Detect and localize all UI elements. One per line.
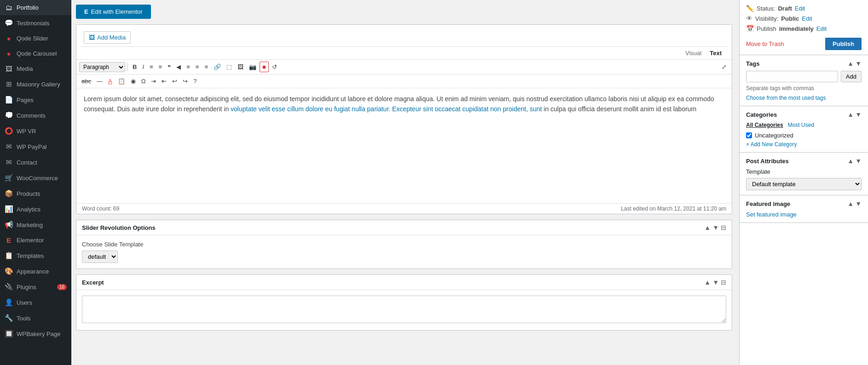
- move-to-trash-link[interactable]: Move to Trash: [746, 40, 784, 47]
- sidebar-item-products[interactable]: 📦 Products: [0, 186, 71, 201]
- sidebar-item-contact[interactable]: ✉ Contact: [0, 154, 71, 170]
- appearance-icon: 🎨: [5, 267, 13, 275]
- tags-input[interactable]: [746, 71, 838, 82]
- excerpt-collapse-up-icon[interactable]: ▲: [704, 279, 711, 286]
- visibility-edit-link[interactable]: Edit: [802, 15, 812, 22]
- sidebar-item-qode-carousel[interactable]: ● Qode Carousel: [0, 46, 71, 61]
- insert-button[interactable]: ⬚: [224, 62, 234, 72]
- align-left-button[interactable]: ◀: [174, 62, 183, 72]
- sidebar-item-media[interactable]: 🖼 Media: [0, 61, 71, 76]
- all-categories-tab[interactable]: All Categories: [746, 122, 783, 128]
- bold-button[interactable]: B: [130, 62, 139, 72]
- tags-choose-link[interactable]: Choose from the most used tags: [746, 95, 826, 101]
- publish-value: immediately: [779, 25, 814, 32]
- collapse-down-icon[interactable]: ▼: [712, 224, 719, 231]
- align-center-button[interactable]: ≡: [184, 62, 192, 72]
- sidebar-item-marketing[interactable]: 📢 Marketing: [0, 217, 71, 233]
- post-attributes-collapse-down[interactable]: ▼: [855, 157, 862, 165]
- publish-button[interactable]: Publish: [825, 38, 862, 50]
- fullscreen-button[interactable]: ⤢: [719, 62, 729, 72]
- sidebar-item-tools[interactable]: 🔧 Tools: [0, 310, 71, 326]
- slider-revolution-header[interactable]: Slider Revolution Options ▲ ▼ ⊟: [76, 220, 732, 235]
- add-new-category-link[interactable]: + Add New Category: [746, 141, 797, 148]
- excerpt-collapse-down-icon[interactable]: ▼: [712, 279, 719, 286]
- portfolio-icon: 🗂: [5, 4, 13, 11]
- woocommerce-icon: 🛒: [5, 174, 13, 182]
- tags-collapse-up[interactable]: ▲: [847, 60, 854, 67]
- sidebar-item-analytics[interactable]: 📊 Analytics: [0, 201, 71, 217]
- categories-collapse-down[interactable]: ▼: [855, 111, 862, 118]
- masonry-gallery-icon: ⊞: [5, 80, 13, 88]
- ordered-list-button[interactable]: ≡: [156, 62, 165, 72]
- status-edit-link[interactable]: Edit: [795, 5, 805, 12]
- sidebar: 🗂 Portfolio 💬 Testimonials ● Qode Slider…: [0, 0, 71, 365]
- strikethrough-button[interactable]: abc: [79, 76, 93, 86]
- editor-footer: Word count: 69 Last edited on March 12, …: [76, 203, 732, 214]
- excerpt-drag-icon[interactable]: ⊟: [721, 279, 726, 286]
- sidebar-item-users[interactable]: 👤 Users: [0, 295, 71, 310]
- red-button[interactable]: ■: [260, 62, 269, 72]
- sidebar-item-qode-slider[interactable]: ● Qode Slider: [0, 31, 71, 46]
- visual-tab[interactable]: Visual: [683, 49, 704, 57]
- sidebar-item-elementor[interactable]: E Elementor: [0, 233, 71, 248]
- sidebar-item-plugins[interactable]: 🔌 Plugins 16: [0, 279, 71, 295]
- featured-image-collapse-up[interactable]: ▲: [847, 200, 854, 207]
- sidebar-item-portfolio[interactable]: 🗂 Portfolio: [0, 0, 71, 15]
- excerpt-body: [76, 290, 732, 330]
- clear-format-button[interactable]: ◉: [128, 76, 138, 86]
- redo-button[interactable]: ↪: [180, 76, 190, 86]
- sidebar-item-wp-paypal[interactable]: ✉ WP PayPal: [0, 139, 71, 154]
- template-select[interactable]: Default template: [746, 178, 862, 190]
- paste-button[interactable]: 📋: [116, 76, 127, 86]
- plugins-icon: 🔌: [5, 283, 13, 291]
- sidebar-item-wpbakery[interactable]: 🔲 WPBakery Page: [0, 326, 71, 342]
- featured-image-collapse-down[interactable]: ▼: [855, 200, 862, 207]
- publish-edit-link[interactable]: Edit: [816, 25, 827, 32]
- sidebar-item-comments[interactable]: 💭 Comments: [0, 108, 71, 123]
- indent-button[interactable]: ⇥: [149, 76, 158, 86]
- link-button[interactable]: 🔗: [211, 62, 223, 72]
- uncategorized-label: Uncategorized: [755, 132, 793, 139]
- set-featured-image-link[interactable]: Set featured image: [746, 211, 797, 218]
- excerpt-textarea[interactable]: [82, 296, 726, 323]
- media-button[interactable]: 🖼: [235, 62, 246, 72]
- refresh-button[interactable]: ↺: [270, 62, 279, 72]
- sidebar-item-wp-vr[interactable]: ⭕ WP VR: [0, 123, 71, 139]
- collapse-up-icon[interactable]: ▲: [704, 224, 711, 231]
- tags-add-button[interactable]: Add: [841, 71, 862, 82]
- italic-button[interactable]: I: [140, 62, 146, 72]
- post-attributes-collapse-up[interactable]: ▲: [847, 157, 854, 165]
- sidebar-item-masonry-gallery[interactable]: ⊞ Masonry Gallery: [0, 76, 71, 92]
- excerpt-header[interactable]: Excerpt ▲ ▼ ⊟: [76, 275, 732, 290]
- categories-collapse-up[interactable]: ▲: [847, 111, 854, 118]
- format-select[interactable]: Paragraph Heading 1 Heading 2 Heading 3 …: [79, 62, 125, 72]
- undo-button[interactable]: ↩: [170, 76, 179, 86]
- edit-elementor-button[interactable]: E Edit with Elementor: [76, 5, 151, 19]
- blockquote-button[interactable]: ❝: [165, 62, 173, 72]
- align-right-button[interactable]: ≡: [193, 62, 202, 72]
- elementor-logo-icon: E: [84, 8, 88, 15]
- add-media-button[interactable]: 🖼 Add Media: [84, 31, 131, 44]
- help-button[interactable]: ?: [191, 76, 199, 86]
- outdent-button[interactable]: ⇤: [159, 76, 169, 86]
- special-char-button[interactable]: Ω: [139, 76, 148, 86]
- editor-content[interactable]: Lorem ipsum dolor sit amet, consectetur …: [76, 88, 732, 203]
- slide-template-select[interactable]: default: [82, 251, 118, 263]
- sidebar-item-testimonials[interactable]: 💬 Testimonials: [0, 15, 71, 31]
- uncategorized-checkbox[interactable]: [746, 132, 752, 138]
- horizontal-rule-button[interactable]: —: [94, 76, 105, 86]
- sidebar-item-appearance[interactable]: 🎨 Appearance: [0, 263, 71, 279]
- add-media-icon: 🖼: [89, 34, 95, 41]
- text-tab[interactable]: Text: [707, 49, 724, 57]
- tags-collapse-down[interactable]: ▼: [855, 60, 862, 67]
- video-button[interactable]: 📷: [247, 62, 259, 72]
- align-justify-button[interactable]: ≡: [202, 62, 210, 72]
- unordered-list-button[interactable]: ≡: [147, 62, 156, 72]
- qode-carousel-icon: ●: [5, 50, 13, 57]
- sidebar-item-templates[interactable]: 📋 Templates: [0, 248, 71, 263]
- drag-icon[interactable]: ⊟: [721, 224, 726, 231]
- most-used-tab[interactable]: Most Used: [788, 122, 814, 128]
- sidebar-item-pages[interactable]: 📄 Pages: [0, 92, 71, 108]
- sidebar-item-woocommerce[interactable]: 🛒 WooCommerce: [0, 170, 71, 186]
- text-color-button[interactable]: A: [106, 76, 115, 86]
